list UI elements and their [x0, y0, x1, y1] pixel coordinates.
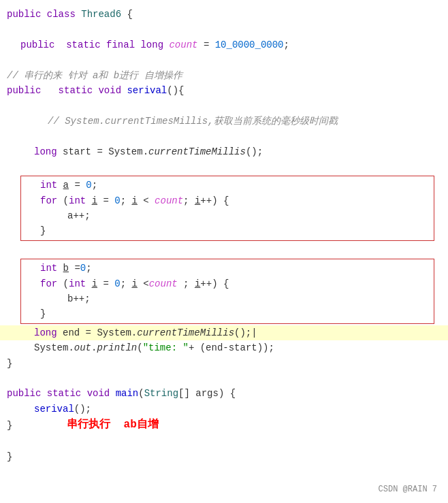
line-comment-en: // System.currentTimesMillis,获取当前系统的毫秒级时…	[0, 114, 448, 129]
line-close-class: }	[0, 449, 448, 464]
line-blank-8	[0, 434, 448, 449]
line-end-highlighted: long end = System.currentTimeMillis();|	[0, 325, 448, 340]
box-a-line-4: }	[21, 223, 434, 238]
box-a: int a = 0; for (int i = 0; i < count; i+…	[20, 176, 434, 241]
box-a-line-2: for (int i = 0; i < count; i++) {	[21, 193, 434, 208]
kw-public: public	[7, 7, 47, 22]
line-start: long start = System.currentTimeMillis();	[0, 144, 448, 159]
csdn-label: CSDN @RAIN 7	[379, 485, 437, 494]
red-label: 串行执行 ab自增	[67, 417, 158, 434]
line-blank-7	[0, 371, 448, 386]
box-a-line-3: a++;	[21, 208, 434, 223]
line-main: public static void main(String[] args) {	[0, 386, 448, 401]
line-blank-5	[0, 159, 448, 174]
count-var: count	[169, 37, 197, 52]
line-serival: public static void serival(){	[0, 83, 448, 98]
footer: CSDN @RAIN 7	[379, 481, 437, 496]
box-b-line-3: b++;	[21, 291, 434, 306]
comment-en: // System.currentTimesMillis,获取当前系统的毫秒级时…	[48, 114, 338, 129]
box-b: int b =0; for (int i = 0; i <count ; i++…	[20, 259, 434, 324]
comment-cn: // 串行的来 针对 a和 b进行 自增操作	[7, 68, 182, 83]
line-comment-cn: // 串行的来 针对 a和 b进行 自增操作	[0, 68, 448, 83]
box-b-line-2: for (int i = 0; i <count ; i++) {	[21, 276, 434, 291]
line-blank-6	[0, 242, 448, 257]
kw-class: class	[47, 7, 81, 22]
line-3: public static final long count = 10_0000…	[0, 37, 448, 52]
classname: Thread6	[81, 7, 121, 22]
line-println: System.out.println("time: "+ (end-start)…	[0, 340, 448, 355]
box-b-line-4: }	[21, 306, 434, 321]
line-blank-4	[0, 129, 448, 144]
line-close-serival: }	[0, 356, 448, 371]
line-blank-3	[0, 98, 448, 113]
box-a-line-1: int a = 0;	[21, 178, 434, 193]
line-blank-2	[0, 52, 448, 67]
box-b-line-1: int b =0;	[21, 261, 434, 276]
line-1: public class Thread6 {	[0, 7, 448, 22]
code-container: public class Thread6 { public static fin…	[0, 0, 448, 503]
line-close-main: } 串行执行 ab自增	[0, 417, 448, 434]
line-blank-1	[0, 22, 448, 37]
line-serival-call: serival();	[0, 402, 448, 417]
